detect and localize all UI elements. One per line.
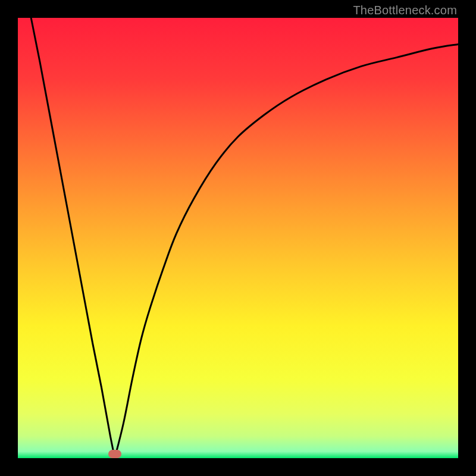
bottleneck-curve xyxy=(18,18,458,458)
watermark-text: TheBottleneck.com xyxy=(353,4,457,17)
minimum-marker xyxy=(108,450,121,458)
plot-area xyxy=(18,18,458,458)
chart-frame: TheBottleneck.com xyxy=(0,0,476,476)
